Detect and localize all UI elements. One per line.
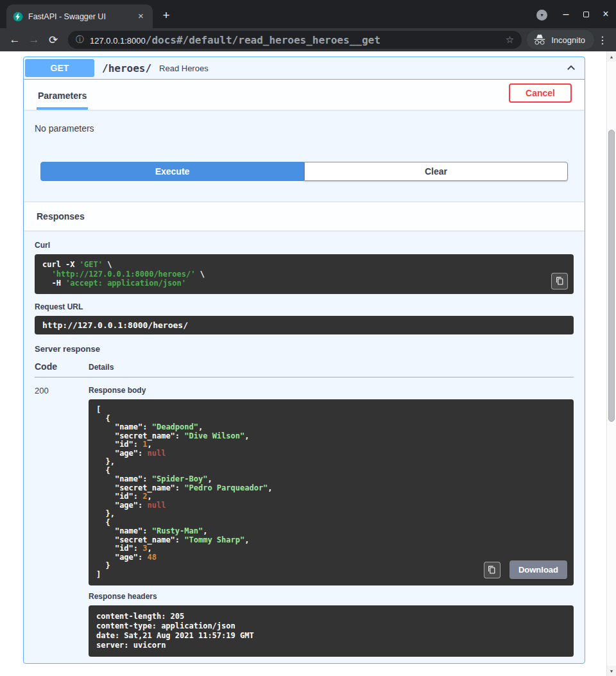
url-text: 127.0.0.1:8000/docs#/default/read_heroes…: [90, 34, 500, 46]
maximize-icon: [583, 12, 589, 17]
bookmark-star-icon[interactable]: ☆: [506, 34, 514, 46]
browser-menu-icon[interactable]: ⋮: [594, 34, 611, 46]
browser-toolbar: ← → ⟳ ⓘ 127.0.0.1:8000/docs#/default/rea…: [0, 28, 616, 51]
response-body-actions: Download: [484, 560, 567, 579]
method-badge: GET: [25, 59, 94, 77]
parameters-body: No parameters Execute Clear: [24, 123, 585, 181]
copy-icon: [488, 566, 496, 574]
window-close-button[interactable]: ×: [596, 4, 615, 24]
parameters-header-row: Parameters Cancel: [24, 80, 585, 110]
code-column-header: Code: [35, 361, 89, 372]
forward-icon[interactable]: →: [24, 33, 44, 46]
chevron-up-icon[interactable]: [565, 62, 577, 74]
opblock-get: GET /heroes/ Read Heroes Parameters Canc…: [23, 56, 585, 664]
incognito-badge: Incognito: [527, 30, 594, 49]
caret-down-icon: ▾: [540, 12, 543, 18]
site-info-icon[interactable]: ⓘ: [76, 34, 84, 46]
responses-header-row: Responses: [24, 202, 585, 230]
status-code: 200: [35, 386, 89, 657]
response-body-code: [ { "name": "Deadpond", "secret_name": "…: [96, 406, 566, 579]
maximize-button[interactable]: [576, 4, 595, 24]
address-bar[interactable]: ⓘ 127.0.0.1:8000/docs#/default/read_hero…: [68, 31, 522, 49]
curl-block: curl -X 'GET' \ 'http://127.0.0.1:8000/h…: [35, 254, 574, 294]
body-copy-button[interactable]: [484, 562, 501, 578]
response-headers-code: content-length: 205 content-type: applic…: [96, 612, 566, 650]
tab-close-icon[interactable]: ×: [135, 11, 146, 22]
incognito-label: Incognito: [551, 35, 585, 45]
scrollbar[interactable]: ▲ ▼: [606, 51, 616, 676]
responses-body: Curl curl -X 'GET' \ 'http://127.0.0.1:8…: [24, 230, 585, 663]
responses-title: Responses: [37, 211, 572, 221]
browser-tab-bar: FastAPI - Swagger UI × + ▾ – ×: [0, 0, 616, 28]
table-row: 200 Response body [ { "name": "Deadpond"…: [35, 377, 574, 657]
opblock-summary[interactable]: GET /heroes/ Read Heroes: [24, 57, 585, 80]
cancel-button[interactable]: Cancel: [509, 83, 572, 103]
response-body-block: [ { "name": "Deadpond", "secret_name": "…: [89, 399, 574, 585]
details-column-header: Details: [89, 363, 574, 372]
curl-label: Curl: [35, 241, 574, 250]
request-url-label: Request URL: [35, 302, 574, 311]
tab-title: FastAPI - Swagger UI: [28, 12, 130, 21]
execute-row: Execute Clear: [40, 162, 568, 181]
reload-icon[interactable]: ⟳: [44, 33, 63, 47]
response-body-label: Response body: [89, 386, 574, 395]
request-url-block: http://127.0.0.1:8000/heroes/: [35, 316, 574, 335]
response-details: Response body [ { "name": "Deadpond", "s…: [89, 386, 574, 657]
response-headers-block: content-length: 205 content-type: applic…: [89, 605, 574, 657]
scrollbar-down-button[interactable]: ▼: [607, 666, 616, 676]
scrollbar-up-button[interactable]: ▲: [607, 51, 616, 62]
table-header-row: Code Details: [35, 361, 574, 377]
browser-tab[interactable]: FastAPI - Swagger UI ×: [6, 4, 153, 28]
fastapi-logo-icon: [13, 12, 23, 22]
scrollbar-thumb[interactable]: [608, 130, 615, 422]
parameters-title: Parameters: [37, 80, 88, 110]
back-icon[interactable]: ←: [5, 33, 24, 46]
curl-copy-button[interactable]: [551, 273, 568, 290]
endpoint-path: /heroes/: [102, 62, 151, 74]
incognito-icon: [533, 33, 546, 46]
minimize-button[interactable]: –: [556, 4, 576, 24]
scrollbar-track[interactable]: [607, 62, 616, 666]
url-host: 127.0.0.1:8000: [90, 36, 146, 46]
request-url-value: http://127.0.0.1:8000/heroes/: [42, 321, 566, 330]
swagger-page: GET /heroes/ Read Heroes Parameters Canc…: [0, 51, 616, 676]
server-response-table: Code Details 200 Response body [ { "name…: [35, 361, 574, 657]
endpoint-summary: Read Heroes: [159, 64, 209, 73]
copy-icon: [556, 277, 564, 285]
server-response-label: Server response: [35, 344, 574, 354]
no-parameters-text: No parameters: [35, 123, 574, 134]
url-path: /docs#/default/read_heroes_heroes__get: [146, 34, 381, 46]
clear-button[interactable]: Clear: [304, 162, 568, 181]
curl-code: curl -X 'GET' \ 'http://127.0.0.1:8000/h…: [42, 260, 566, 288]
main-content: GET /heroes/ Read Heroes Parameters Canc…: [0, 51, 606, 676]
tab-search-button[interactable]: ▾: [536, 10, 547, 21]
new-tab-button[interactable]: +: [157, 6, 176, 26]
execute-button[interactable]: Execute: [40, 162, 304, 181]
response-headers-label: Response headers: [89, 592, 574, 601]
download-button[interactable]: Download: [509, 560, 567, 579]
